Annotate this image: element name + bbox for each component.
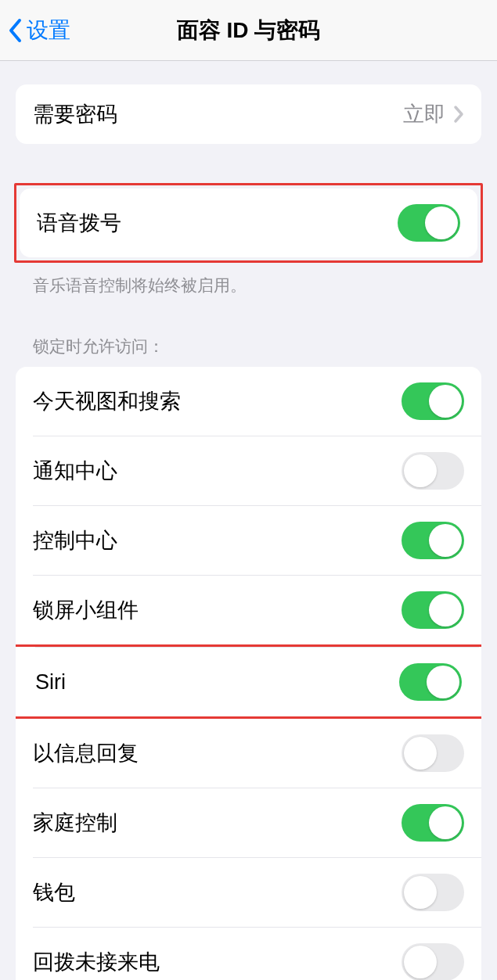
lock-access-highlight: Siri (16, 644, 481, 719)
chevron-left-icon (8, 18, 23, 43)
lock-access-label: 家庭控制 (33, 809, 117, 837)
lock-access-toggle[interactable] (402, 874, 464, 911)
lock-access-row: Siri (35, 647, 479, 716)
lock-access-row: 回拨未接来电 (33, 927, 481, 980)
require-passcode-value: 立即 (403, 100, 445, 128)
lock-access-label: 回拨未接来电 (33, 948, 160, 976)
lock-access-toggle[interactable] (402, 804, 464, 842)
toggle-knob (429, 594, 462, 626)
toggle-knob (427, 666, 459, 698)
require-passcode-row[interactable]: 需要密码 立即 (16, 84, 481, 144)
lock-access-toggle[interactable] (402, 522, 464, 559)
lock-access-row: 钱包 (33, 857, 481, 927)
back-button[interactable]: 设置 (8, 16, 70, 45)
lock-access-label: 控制中心 (33, 526, 117, 555)
voice-dial-row: 语音拨号 (20, 188, 477, 257)
lock-access-row: 家庭控制 (33, 788, 481, 857)
lock-access-toggle[interactable] (402, 452, 464, 490)
toggle-knob (404, 946, 437, 978)
voice-dial-toggle[interactable] (398, 204, 460, 242)
require-passcode-value-wrap: 立即 (403, 100, 464, 128)
lock-access-toggle[interactable] (402, 591, 464, 629)
require-passcode-card: 需要密码 立即 (16, 84, 481, 144)
voice-dial-label: 语音拨号 (37, 209, 121, 237)
voice-dial-card: 语音拨号 (20, 188, 477, 257)
lock-access-header: 锁定时允许访问： (16, 336, 481, 367)
lock-access-row: 今天视图和搜索 (16, 367, 481, 436)
voice-dial-footer: 音乐语音控制将始终被启用。 (16, 263, 481, 296)
toggle-knob (429, 806, 462, 839)
toggle-knob (404, 876, 437, 909)
lock-access-toggle[interactable] (402, 734, 464, 772)
content: 需要密码 立即 语音拨号 音乐语音控制将始终被启用。 锁定时允许访问： (0, 61, 497, 980)
page-title: 面容 ID 与密码 (177, 16, 321, 45)
require-passcode-label: 需要密码 (33, 100, 117, 128)
lock-access-card: 今天视图和搜索通知中心控制中心锁屏小组件Siri以信息回复家庭控制钱包回拨未接来… (16, 367, 481, 980)
lock-access-row: 锁屏小组件 (33, 575, 481, 644)
lock-access-label: 锁屏小组件 (33, 596, 139, 624)
lock-access-label: 以信息回复 (33, 739, 139, 767)
back-label: 设置 (27, 16, 70, 45)
lock-access-toggle[interactable] (402, 382, 464, 420)
lock-access-toggle[interactable] (399, 663, 462, 701)
lock-access-label: 钱包 (33, 878, 75, 906)
lock-access-row: 以信息回复 (16, 719, 481, 788)
chevron-right-icon (453, 105, 464, 124)
lock-access-row: 控制中心 (33, 505, 481, 575)
toggle-knob (404, 737, 437, 770)
toggle-knob (404, 454, 437, 487)
lock-access-toggle[interactable] (402, 943, 464, 980)
lock-access-label: 通知中心 (33, 457, 117, 485)
toggle-knob (425, 206, 458, 239)
lock-access-label: Siri (35, 670, 66, 695)
toggle-knob (429, 385, 462, 418)
lock-access-label: 今天视图和搜索 (33, 387, 181, 415)
lock-access-row: 通知中心 (33, 436, 481, 505)
voice-dial-highlight: 语音拨号 (14, 183, 483, 263)
toggle-knob (429, 524, 462, 557)
navbar: 设置 面容 ID 与密码 (0, 0, 497, 61)
